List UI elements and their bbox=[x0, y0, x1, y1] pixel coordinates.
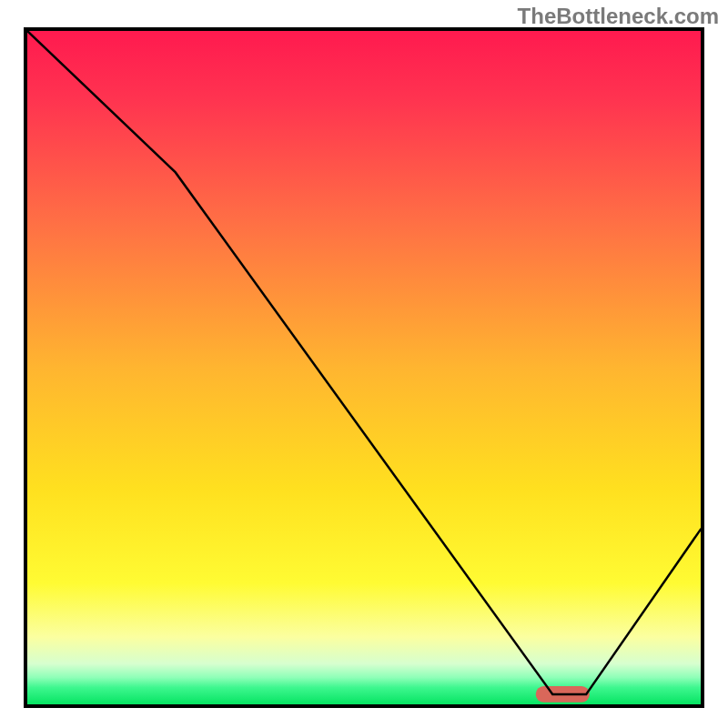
chart-frame bbox=[24, 27, 704, 708]
gradient-background bbox=[27, 31, 701, 704]
watermark-text: TheBottleneck.com bbox=[518, 4, 719, 29]
chart-svg bbox=[27, 31, 701, 704]
